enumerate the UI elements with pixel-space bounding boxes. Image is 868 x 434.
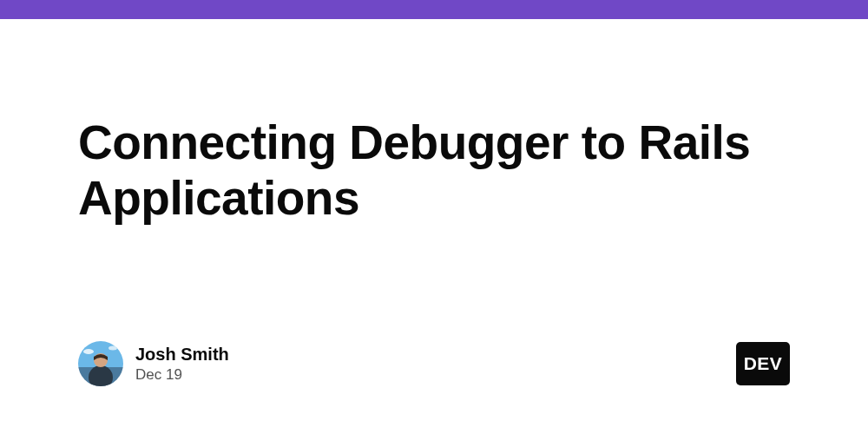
avatar-image (78, 341, 123, 386)
dev-logo: DEV (736, 342, 790, 385)
accent-bar (0, 0, 868, 19)
post-date: Dec 19 (135, 366, 229, 384)
author-block: Josh Smith Dec 19 (78, 341, 229, 386)
author-name: Josh Smith (135, 345, 229, 365)
post-title: Connecting Debugger to Rails Application… (78, 115, 790, 227)
footer: Josh Smith Dec 19 DEV (78, 341, 790, 386)
avatar (78, 341, 123, 386)
main-content: Connecting Debugger to Rails Application… (0, 19, 868, 227)
author-meta: Josh Smith Dec 19 (135, 345, 229, 384)
svg-point-4 (83, 349, 94, 354)
svg-point-5 (108, 346, 117, 351)
dev-logo-text: DEV (744, 353, 783, 374)
